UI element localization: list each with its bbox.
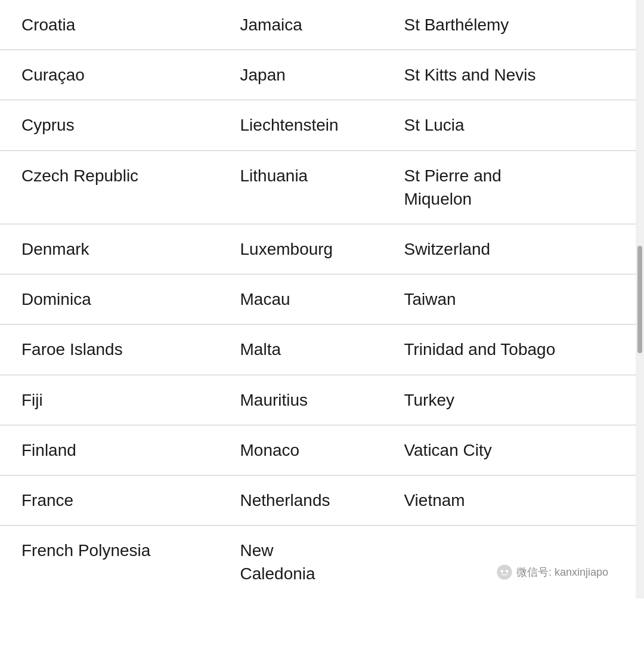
cell-col2: Netherlands (240, 489, 404, 512)
cell-col3: Switzerland (404, 237, 623, 261)
country-table: CroatiaJamaicaSt BarthélemyCuraçaoJapanS… (0, 0, 644, 598)
cell-col2: Jamaica (240, 13, 404, 36)
cell-col1: Curaçao (21, 63, 240, 87)
cell-col1: Dominica (21, 288, 240, 311)
table-row: FijiMauritiusTurkey (0, 375, 644, 425)
scrollbar-thumb[interactable] (637, 246, 642, 353)
cell-col2: Malta (240, 338, 404, 361)
watermark-icon (496, 564, 513, 580)
cell-col3: Vatican City (404, 439, 623, 462)
cell-col3: Turkey (404, 388, 623, 412)
svg-point-1 (500, 570, 503, 573)
cell-col2: Lithuania (240, 164, 404, 187)
table-row: Faroe IslandsMaltaTrinidad and Tobago (0, 325, 644, 375)
cell-col1: Finland (21, 439, 240, 462)
cell-col2: NewCaledonia (240, 539, 404, 585)
cell-col3: St Kitts and Nevis (404, 63, 623, 87)
cell-col2: Luxembourg (240, 237, 404, 261)
cell-col3: St Barthélemy (404, 13, 623, 36)
cell-col1: Fiji (21, 388, 240, 412)
svg-point-0 (497, 565, 512, 580)
table-row: CuraçaoJapanSt Kitts and Nevis (0, 50, 644, 100)
cell-col1: Faroe Islands (21, 338, 240, 361)
table-row: DominicaMacauTaiwan (0, 274, 644, 325)
cell-col2: Japan (240, 63, 404, 87)
table-row: FranceNetherlandsVietnam (0, 475, 644, 526)
cell-col1: Croatia (21, 13, 240, 36)
scrollbar[interactable] (636, 0, 644, 598)
cell-col3: Vietnam (404, 489, 623, 512)
svg-point-2 (506, 570, 508, 573)
table-row: French PolynesiaNewCaledonia (0, 526, 644, 598)
cell-col1: French Polynesia (21, 539, 240, 562)
cell-col3: St Pierre andMiquelon (404, 164, 623, 211)
table-row: DenmarkLuxembourgSwitzerland (0, 224, 644, 274)
table-row: CroatiaJamaicaSt Barthélemy (0, 0, 644, 50)
cell-col2: Macau (240, 288, 404, 311)
cell-col3: St Lucia (404, 113, 623, 137)
cell-col1: Cyprus (21, 113, 240, 137)
cell-col1: Czech Republic (21, 164, 240, 187)
cell-col3: Trinidad and Tobago (404, 338, 623, 361)
cell-col2: Liechtenstein (240, 113, 404, 137)
table-row: FinlandMonacoVatican City (0, 425, 644, 475)
cell-col1: Denmark (21, 237, 240, 261)
watermark-text: 微信号: kanxinjiapo (516, 565, 608, 579)
table-row: Czech RepublicLithuaniaSt Pierre andMiqu… (0, 151, 644, 224)
cell-col3: Taiwan (404, 288, 623, 311)
watermark: 微信号: kanxinjiapo (496, 564, 608, 580)
cell-col2: Monaco (240, 439, 404, 462)
cell-col1: France (21, 489, 240, 512)
table-row: CyprusLiechtensteinSt Lucia (0, 100, 644, 150)
cell-col2: Mauritius (240, 388, 404, 412)
